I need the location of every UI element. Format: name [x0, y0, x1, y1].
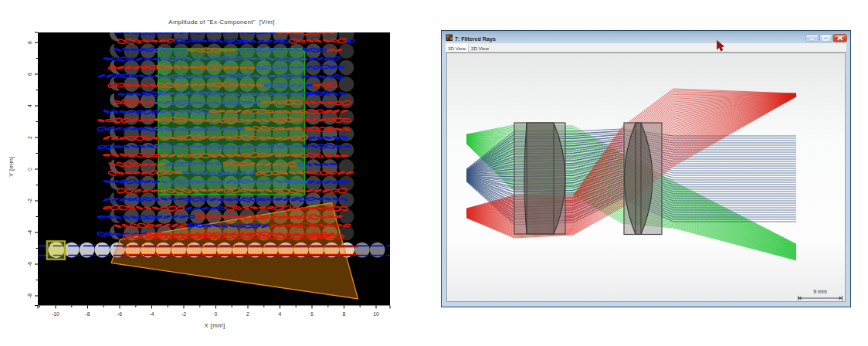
svg-text:8: 8 [27, 41, 32, 44]
svg-text:6: 6 [27, 73, 32, 76]
svg-text:-8: -8 [27, 293, 32, 298]
svg-text:X [mm]: X [mm] [204, 322, 225, 329]
svg-text:-6: -6 [27, 262, 32, 266]
svg-text:-8: -8 [85, 311, 90, 317]
svg-text:10: 10 [373, 311, 379, 317]
svg-text:0: 0 [215, 311, 218, 317]
svg-text:0: 0 [27, 168, 32, 171]
svg-text:8: 8 [343, 311, 346, 317]
svg-text:7: Filtered Rays: 7: Filtered Rays [455, 36, 496, 42]
svg-text:9 mm: 9 mm [813, 289, 827, 294]
svg-text:-2: -2 [181, 311, 186, 317]
svg-text:4: 4 [27, 104, 32, 107]
svg-text:-10: -10 [52, 311, 59, 317]
svg-text:2D View: 2D View [471, 46, 489, 51]
svg-text:4: 4 [279, 311, 282, 317]
svg-text:3D View: 3D View [448, 46, 466, 51]
svg-text:-2: -2 [27, 198, 32, 203]
svg-text:2: 2 [27, 136, 32, 139]
svg-text:2: 2 [246, 311, 249, 317]
svg-text:-4: -4 [149, 311, 154, 317]
svg-text:-4: -4 [27, 230, 32, 235]
svg-text:Amplitude of "Ex-Component" [: Amplitude of "Ex-Component" [V/m] [168, 19, 274, 25]
svg-text:Y [mm]: Y [mm] [8, 156, 15, 177]
svg-text:6: 6 [310, 311, 314, 317]
svg-text:-6: -6 [117, 311, 122, 317]
